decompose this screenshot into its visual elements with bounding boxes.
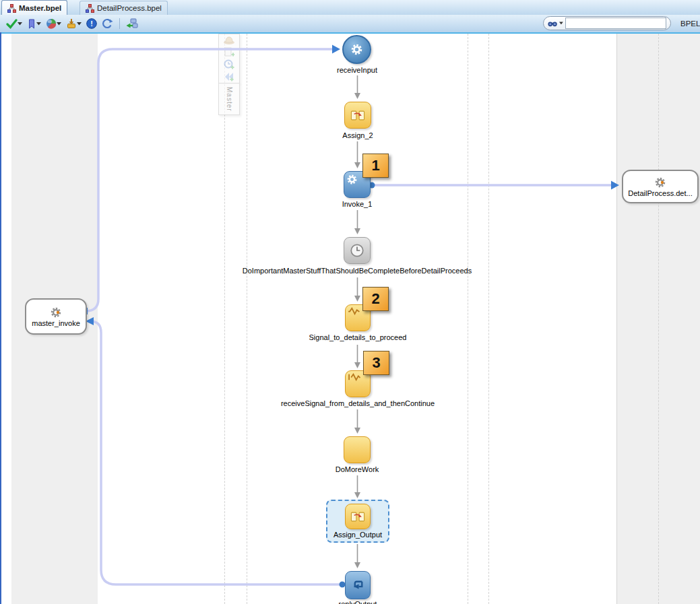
chevron-down-icon xyxy=(57,22,61,26)
partnerlink-gear-icon xyxy=(50,306,62,318)
scope-guide-line xyxy=(247,34,247,604)
errors-button[interactable]: ! xyxy=(85,16,98,31)
checkmark-icon xyxy=(6,19,18,29)
bpel-designer-window: Master.bpel DetailProcess.bpel xyxy=(0,0,700,604)
assign-icon xyxy=(350,511,365,523)
activity-assignoutput[interactable] xyxy=(345,504,371,529)
tab-label: Master.bpel xyxy=(19,4,61,12)
step-badge-2: 2 xyxy=(362,287,389,311)
refresh-icon xyxy=(102,18,113,29)
partnerlink-master-invoke[interactable]: master_invoke xyxy=(25,298,87,335)
activity-label: Signal_to_details_to_proceed xyxy=(309,333,407,341)
bpel-search-scope[interactable]: BPEL xyxy=(678,17,700,30)
info-icon: ! xyxy=(86,18,97,29)
add-handler-icon[interactable] xyxy=(219,46,239,59)
clock-icon xyxy=(349,242,365,259)
chevron-down-icon xyxy=(77,22,82,26)
catch-all-icon[interactable] xyxy=(219,34,239,46)
canvas-left-edge xyxy=(0,32,1,604)
sphere-icon xyxy=(46,18,57,29)
search-group xyxy=(543,16,671,30)
step-badge-3: 3 xyxy=(363,351,389,375)
chevron-down-icon xyxy=(18,22,22,26)
palette-tab-label: Master xyxy=(226,87,233,112)
canvas-top-edge xyxy=(0,32,700,34)
palette-tab-master[interactable]: Master xyxy=(218,83,240,115)
partnerlink-gear-icon xyxy=(654,176,666,189)
add-compensation-icon[interactable] xyxy=(219,71,239,83)
scope-guide-line xyxy=(468,34,468,604)
toolbar-separator xyxy=(119,18,120,29)
add-alarm-icon[interactable] xyxy=(219,59,239,71)
tab-master-bpel[interactable]: Master.bpel xyxy=(1,0,67,15)
deploy-icon xyxy=(66,18,77,29)
activity-receiveinput[interactable] xyxy=(342,35,371,64)
activity-label: Assign_Output xyxy=(333,531,382,539)
bpel-file-icon xyxy=(7,4,16,13)
validate-button[interactable] xyxy=(5,16,24,31)
view-mode-button[interactable] xyxy=(44,16,63,31)
scope-guide-line xyxy=(658,34,659,604)
sync-diagram-button[interactable] xyxy=(125,16,139,31)
activity-label: Invoke_1 xyxy=(342,200,373,208)
bpel-file-icon xyxy=(86,4,94,13)
refresh-button[interactable] xyxy=(100,16,115,31)
deploy-button[interactable] xyxy=(65,16,83,31)
activity-label: receiveInput xyxy=(337,66,377,74)
assign-icon xyxy=(350,110,365,121)
reply-icon xyxy=(351,579,365,591)
sync-diagram-icon xyxy=(126,18,138,29)
chevron-down-icon xyxy=(36,22,41,26)
scope-palette-buttons xyxy=(218,34,240,83)
binoculars-icon xyxy=(548,20,557,28)
toolbar-left-group: ! xyxy=(5,15,139,32)
activity-label: DoMoreWork xyxy=(336,465,379,473)
receive-signal-icon xyxy=(348,373,360,381)
scope-guide-line xyxy=(224,34,225,604)
bookmark-button[interactable] xyxy=(26,16,42,31)
partnerlink-label: master_invoke xyxy=(32,319,80,327)
partnerlink-label: DetailProcess.det... xyxy=(628,189,692,197)
bpel-scope-label: BPEL xyxy=(680,20,700,28)
tab-label: DetailProcess.bpel xyxy=(97,4,162,12)
scope-palette: Master xyxy=(218,34,240,115)
signal-icon xyxy=(348,307,360,315)
svg-text:!: ! xyxy=(90,20,93,28)
activity-label: replyOutput xyxy=(339,600,377,604)
activity-label: Assign_2 xyxy=(342,131,373,139)
gear-icon xyxy=(346,174,358,185)
activity-label: DoImportantMasterStuffThatShouldBeComple… xyxy=(243,267,472,275)
activity-domorework[interactable] xyxy=(344,436,371,463)
connector-reply-to-master[interactable] xyxy=(88,321,342,584)
activity-replyoutput[interactable] xyxy=(345,571,371,599)
activity-wait[interactable] xyxy=(344,237,371,264)
bookmark-icon xyxy=(27,19,36,29)
editor-tab-bar: Master.bpel DetailProcess.bpel xyxy=(0,0,700,15)
tab-detailprocess-bpel[interactable]: DetailProcess.bpel xyxy=(79,1,168,15)
chevron-down-icon[interactable] xyxy=(559,22,563,25)
editor-toolbar: ! xyxy=(0,15,700,33)
arrowhead-into-receive xyxy=(332,45,340,54)
partnerlink-detailprocess[interactable]: DetailProcess.det... xyxy=(622,170,699,203)
activity-label: receiveSignal_from_details_and_thenConti… xyxy=(281,399,435,407)
scope-guide-line xyxy=(488,34,489,604)
step-badge-1: 1 xyxy=(362,154,389,178)
activity-assign2[interactable] xyxy=(344,102,371,129)
search-input[interactable] xyxy=(565,18,666,29)
gear-icon xyxy=(350,43,363,56)
